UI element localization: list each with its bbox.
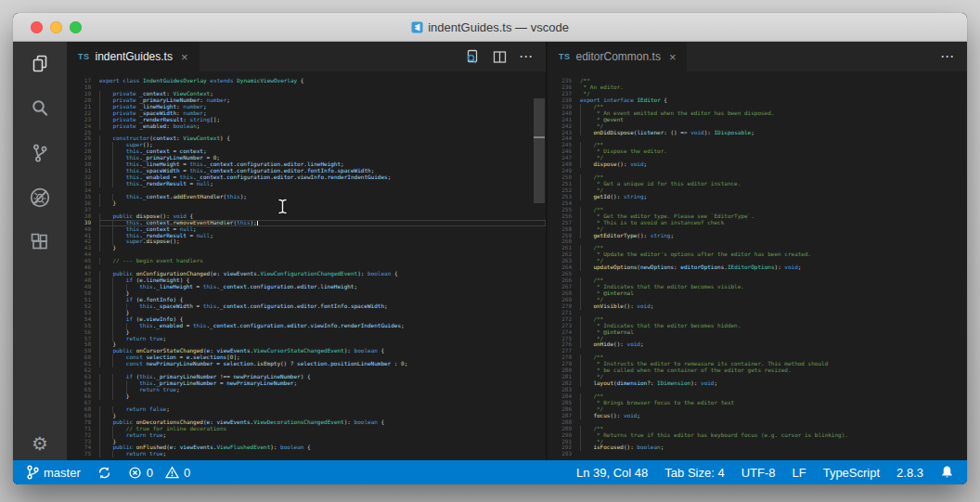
code-text: return true; <box>99 451 546 457</box>
line-number: 63 <box>67 374 99 380</box>
code-line: 33this._renderResult = null; <box>67 181 546 187</box>
code-text: export interface IEditor { <box>580 97 967 104</box>
code-line: 55this._enabled = this._context.configur… <box>67 323 546 329</box>
code-line: 292isFocused(): boolean; <box>548 444 967 451</box>
problems-indicator[interactable]: 0 0 <box>128 466 190 480</box>
line-number: 46 <box>67 264 99 271</box>
code-line: 264updateOptions(newOptions: editorOptio… <box>548 264 967 271</box>
code-text: return false; <box>99 406 546 413</box>
line-number: 47 <box>67 271 99 277</box>
line-number: 41 <box>67 233 99 239</box>
line-number: 70 <box>67 419 99 426</box>
code-text: * This is to avoid an instanceof check <box>580 220 967 226</box>
code-text: * Update the editor's options after the … <box>580 251 967 258</box>
activity-search[interactable] <box>13 86 67 131</box>
line-number: 73 <box>67 439 99 445</box>
more-actions-icon[interactable]: ··· <box>520 50 534 63</box>
code-line: 290 * Returns true if this editor has ke… <box>548 432 967 439</box>
warning-count: 0 <box>184 466 190 480</box>
editor-actions-left: ··· <box>465 42 546 71</box>
line-number: 34 <box>67 187 99 194</box>
line-number: 37 <box>67 207 99 213</box>
line-number: 32 <box>67 174 99 181</box>
warning-icon <box>165 466 179 479</box>
tab-size-indicator[interactable]: Tab Size: 4 <box>664 466 724 480</box>
more-actions-icon[interactable]: ··· <box>941 50 955 63</box>
code-text <box>580 451 967 457</box>
code-text: } <box>99 200 546 207</box>
code-text: * @internal <box>580 329 967 336</box>
open-preview-icon[interactable] <box>465 49 480 64</box>
activity-extensions[interactable] <box>13 220 67 264</box>
cursor-position-indicator[interactable]: Ln 39, Col 48 <box>576 466 648 480</box>
code-text: this._context.addEventHandler(this); <box>99 194 546 200</box>
code-line: 238export interface IEditor { <box>548 97 967 104</box>
title-bar[interactable]: indentGuides.ts — vscode <box>13 13 967 42</box>
code-line: 274 * @internal <box>548 329 967 336</box>
line-number: 36 <box>67 200 99 207</box>
code-text <box>580 419 967 426</box>
code-line: 276onHide(): void; <box>548 341 967 348</box>
split-editor-icon[interactable] <box>493 50 507 64</box>
notifications-bell-icon[interactable] <box>940 465 954 480</box>
line-number: 50 <box>67 290 99 297</box>
code-text: this._spaceWidth = this._context.configu… <box>99 303 546 310</box>
encoding-indicator[interactable]: UTF-8 <box>741 466 776 480</box>
line-number: 67 <box>67 400 99 406</box>
status-bar-right: Ln 39, Col 48 Tab Size: 4 UTF-8 LF TypeS… <box>576 465 954 480</box>
line-number: 56 <box>67 329 99 336</box>
code-editor-editorcommon[interactable]: 235/**236 * An editor.237 */238export in… <box>548 71 967 460</box>
line-number: 30 <box>67 161 99 168</box>
activity-explorer[interactable] <box>13 42 67 86</box>
code-line: 285 * Brings browser focus to the editor… <box>548 400 967 406</box>
code-line: 236 * An editor. <box>548 84 967 91</box>
line-number: 44 <box>67 251 99 258</box>
code-line: 268 * @internal <box>548 290 967 297</box>
code-line: 57return true; <box>67 336 546 342</box>
sync-button[interactable] <box>97 466 111 480</box>
editor-groups: TS indentGuides.ts × ··· 17export class … <box>67 42 967 460</box>
activity-settings[interactable]: ⚙ <box>13 434 67 453</box>
line-number: 48 <box>67 277 99 284</box>
close-window-button[interactable] <box>31 21 43 33</box>
error-count: 0 <box>147 466 153 480</box>
code-line: 66} <box>67 393 546 400</box>
code-line: 248dispose(): void; <box>548 161 967 168</box>
activity-source-control[interactable] <box>13 131 67 175</box>
minimize-window-button[interactable] <box>50 21 62 33</box>
code-line: 52this._spaceWidth = this._context.confi… <box>67 303 546 310</box>
scrollbar-thumb[interactable] <box>534 98 545 203</box>
close-tab-icon[interactable]: × <box>181 50 188 64</box>
editor-actions-right: ··· <box>941 42 967 71</box>
files-icon <box>29 53 51 75</box>
code-line: 293 <box>548 451 967 457</box>
code-text: this._enabled = this._context.configurat… <box>99 323 546 329</box>
close-tab-icon[interactable]: × <box>669 50 677 64</box>
code-line: 24private _enabled: boolean; <box>67 123 546 130</box>
line-number: 43 <box>67 245 99 251</box>
code-text: onHide(): void; <box>580 341 967 348</box>
code-text: * An editor. <box>580 84 967 91</box>
code-line: 49this._lineHeight = this._context.confi… <box>67 284 546 290</box>
code-line: 244 <box>548 135 967 142</box>
tab-bar-right: TS editorCommon.ts × ··· <box>548 42 967 71</box>
typescript-file-icon: TS <box>78 52 90 61</box>
activity-debug[interactable] <box>13 175 67 220</box>
tab-indentguides[interactable]: TS indentGuides.ts × <box>67 42 200 71</box>
zoom-window-button[interactable] <box>70 21 82 33</box>
tab-editorcommon[interactable]: TS editorCommon.ts × <box>548 42 687 71</box>
tab-label: indentGuides.ts <box>96 50 173 63</box>
line-number: 61 <box>67 361 99 367</box>
line-number: 57 <box>67 336 99 342</box>
code-text <box>580 135 967 142</box>
eol-indicator[interactable]: LF <box>792 466 806 480</box>
code-line: 253getId(): string; <box>548 194 967 200</box>
gear-icon: ⚙ <box>32 434 48 453</box>
language-mode-indicator[interactable]: TypeScript <box>823 466 880 480</box>
code-line: 288 <box>548 419 967 426</box>
source-control-icon <box>29 142 51 164</box>
code-editor-indentguides[interactable]: 17export class IndentGuidesOverlay exten… <box>67 71 546 460</box>
typescript-version-indicator[interactable]: 2.8.3 <box>896 466 923 480</box>
line-number: 68 <box>67 406 99 413</box>
git-branch-indicator[interactable]: master <box>26 465 81 480</box>
